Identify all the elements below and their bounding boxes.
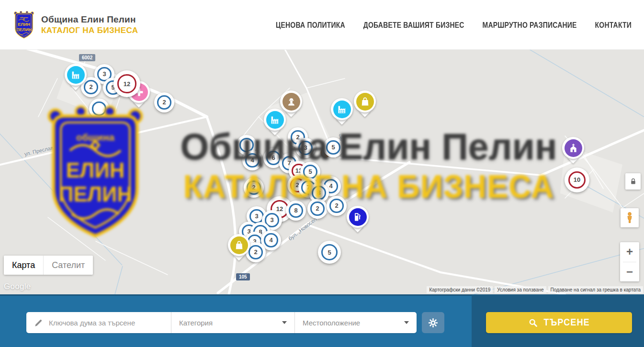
keyword-field[interactable] — [26, 312, 171, 333]
lock-button[interactable] — [625, 173, 641, 190]
brand-subtitle: КАТАЛОГ НА БИЗНЕСА — [41, 26, 138, 35]
factory-icon — [266, 111, 284, 129]
cluster-count: 5 — [326, 140, 340, 154]
location-select[interactable]: Местоположение — [294, 312, 417, 333]
pencil-icon — [34, 318, 43, 327]
factory-pin[interactable] — [263, 108, 286, 137]
map-attribution: Картографски данни ©2019 Условия за полз… — [427, 286, 643, 293]
map-type-control: Карта Сателит — [4, 256, 93, 275]
svg-text:ПЕЛИН: ПЕЛИН — [16, 27, 32, 32]
cluster-count: 8 — [289, 203, 303, 217]
attribution-copyright: Картографски данни ©2019 — [427, 286, 493, 293]
cluster-marker[interactable]: 4 — [242, 150, 262, 170]
cluster-count: 2 — [329, 199, 343, 213]
search-fields: Категория Местоположение — [26, 312, 417, 333]
brand-logo[interactable]: община ЕЛИН ПЕЛИН Община Елин Пелин КАТА… — [12, 11, 138, 39]
church-pin[interactable] — [562, 136, 585, 165]
cluster-count: 3 — [298, 141, 312, 155]
cluster-count: 8 — [312, 186, 326, 200]
fuel-pin[interactable] — [346, 205, 369, 234]
cluster-marker[interactable] — [89, 99, 109, 119]
advanced-settings-button[interactable] — [422, 312, 444, 333]
factory-icon — [67, 66, 85, 84]
factory-pin[interactable] — [330, 98, 353, 126]
search-button-label: ТЪРСЕНЕ — [543, 317, 590, 328]
header: община ЕЛИН ПЕЛИН Община Елин Пелин КАТА… — [0, 0, 644, 50]
cluster-count: 2 — [157, 95, 171, 109]
cluster-count — [92, 101, 106, 115]
search-icon — [528, 318, 538, 328]
map-canvas[interactable]: ул. Преславбул. „Новоселции"6002105 3251… — [0, 50, 644, 294]
cluster-count: 4 — [264, 233, 278, 247]
category-select[interactable]: Категория — [171, 312, 294, 333]
main-nav: ЦЕНОВА ПОЛИТИКА ДОБАВЕТЕ ВАШИЯТ БИЗНЕС М… — [276, 21, 632, 29]
cluster-count: 2 — [247, 180, 260, 194]
cluster-marker[interactable]: 8 — [286, 201, 306, 221]
street-view-pegman-button[interactable] — [621, 208, 639, 227]
map-markers-layer: 32512223546713522748128223338342510 — [0, 50, 644, 294]
nav-route-schedule[interactable]: МАРШРУТНО РАЗПИСАНИЕ — [483, 21, 577, 29]
lock-icon — [629, 178, 637, 186]
cluster-count: 6 — [266, 151, 280, 165]
nav-add-your-business[interactable]: ДОБАВЕТЕ ВАШИЯТ БИЗНЕС — [363, 21, 464, 29]
municipality-crest-icon: община ЕЛИН ПЕЛИН — [12, 11, 35, 39]
gear-icon — [428, 317, 439, 328]
attribution-report-error-link[interactable]: Подаване на сигнал за грешка в картата — [548, 286, 643, 293]
church-icon — [565, 139, 582, 157]
cluster-marker[interactable]: 2 — [327, 196, 347, 216]
cluster-count: 4 — [245, 153, 259, 167]
cluster-marker[interactable]: 2 — [307, 199, 328, 219]
page: община ЕЛИН ПЕЛИН Община Елин Пелин КАТА… — [0, 0, 644, 347]
nav-contacts[interactable]: КОНТАКТИ — [595, 21, 632, 29]
nav-pricing-policy[interactable]: ЦЕНОВА ПОЛИТИКА — [276, 21, 345, 29]
cluster-marker[interactable]: 2 — [154, 92, 174, 112]
cluster-count: 12 — [117, 74, 136, 93]
svg-text:ЕЛИН: ЕЛИН — [18, 22, 30, 27]
cluster-count: 5 — [303, 165, 317, 179]
search-button[interactable]: ТЪРСЕНЕ — [486, 312, 632, 333]
google-logo[interactable]: Google — [4, 282, 31, 291]
brand-title: Община Елин Пелин — [41, 14, 138, 25]
factory-pin[interactable] — [64, 63, 87, 92]
fuel-icon — [349, 208, 367, 226]
map-type-satellite-button[interactable]: Сателит — [43, 256, 93, 275]
chevron-down-icon — [282, 321, 287, 324]
cluster-marker[interactable]: 3 — [295, 138, 316, 158]
attribution-terms-link[interactable]: Условия за ползване — [495, 286, 546, 293]
cluster-count: 5 — [321, 244, 338, 260]
cluster-count: 2 — [310, 201, 324, 215]
cluster-marker[interactable]: 12 — [113, 70, 140, 97]
chevron-down-icon — [404, 321, 409, 324]
map-type-map-button[interactable]: Карта — [4, 256, 43, 275]
zoom-in-button[interactable]: + — [620, 242, 639, 262]
category-select-value: Категория — [179, 319, 213, 327]
cluster-marker[interactable]: 2 — [244, 178, 264, 198]
worker-icon — [282, 93, 300, 111]
shopping-bag-pin[interactable] — [353, 90, 376, 119]
search-bar: Категория Местоположение ТЪРСЕНЕ — [0, 294, 644, 347]
zoom-control: + − — [620, 242, 639, 281]
shopping-bag-icon — [230, 236, 248, 254]
shopping-bag-pin[interactable] — [227, 234, 250, 262]
keyword-search-input[interactable] — [49, 319, 165, 327]
cluster-count: 10 — [568, 171, 586, 189]
zoom-out-button[interactable]: − — [620, 262, 639, 282]
cluster-marker[interactable]: 5 — [318, 241, 341, 264]
cluster-count: 2 — [249, 245, 262, 259]
location-select-value: Местоположение — [303, 319, 360, 327]
cluster-marker[interactable]: 5 — [323, 137, 343, 157]
cluster-marker[interactable]: 10 — [565, 168, 589, 192]
factory-icon — [333, 101, 351, 118]
pegman-icon — [623, 212, 636, 224]
shopping-bag-icon — [356, 93, 374, 111]
